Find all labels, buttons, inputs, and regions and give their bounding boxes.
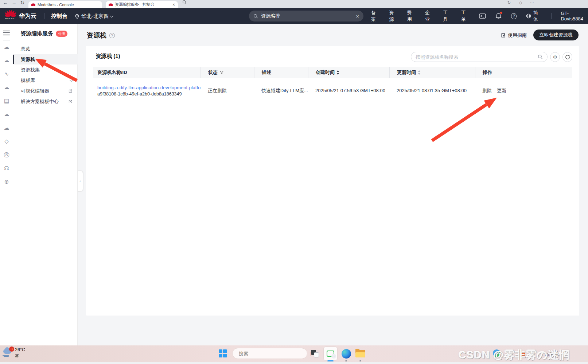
region-selector[interactable]: 华北-北京四 — [75, 13, 113, 20]
service-cloud-upload-icon[interactable]: ☁ — [0, 84, 13, 91]
service-cloud-server-icon[interactable]: ☁ — [0, 57, 13, 64]
service-ip-icon[interactable]: Ⓢ — [0, 152, 13, 158]
service-group-icon[interactable]: ☊ — [0, 165, 13, 172]
header-actions: 操作 — [475, 67, 572, 78]
weather-cloud-icon: 3 — [3, 348, 13, 357]
stack-status: 正在删除 — [200, 78, 254, 103]
table-settings-button[interactable]: ⚙ — [550, 52, 560, 62]
service-icon-rail: ☁ ☁ ∿ ☁ ▤ ☁ ☁ ◇ Ⓢ ☊ ⊕ — [0, 24, 13, 345]
huawei-logo-text: HUAWEI — [4, 17, 17, 20]
sidebar: 资源编排服务 公测 总览 资源栈 资源栈集 模板库 可视化编辑器 解决方案模板中… — [13, 24, 78, 345]
nav-link-resources[interactable]: 资源 — [389, 9, 397, 23]
service-waveline-icon[interactable]: ∿ — [0, 71, 13, 77]
header-name[interactable]: 资源栈名称/ID — [93, 67, 200, 78]
screenshot-app-button[interactable] — [324, 347, 337, 360]
browser-reload-icon[interactable]: ↻ — [20, 0, 24, 5]
header-updated[interactable]: 更新时间 — [389, 67, 475, 78]
huawei-logo[interactable]: HUAWEI — [4, 9, 17, 20]
brand-name[interactable]: 华为云 — [19, 12, 36, 20]
global-search-input[interactable] — [261, 13, 353, 19]
windows-start-button[interactable] — [219, 349, 227, 357]
notifications-bell-icon[interactable] — [495, 13, 502, 19]
active-app-indicator — [327, 360, 334, 361]
main-content: 资源栈 ? 使用指南 立即创建资源栈 资源栈 (1) ⚙ — [78, 24, 588, 345]
header-status[interactable]: 状态 — [200, 67, 254, 78]
sidebar-item-overview[interactable]: 总览 — [13, 43, 78, 54]
account-name[interactable]: GT-Dovis5884 — [561, 11, 588, 21]
filter-funnel-icon[interactable] — [219, 70, 224, 75]
service-cloud2-icon[interactable]: ☁ — [0, 111, 13, 118]
nav-link-beian[interactable]: 备案 — [371, 9, 379, 23]
search-icon — [538, 54, 543, 59]
sort-icon[interactable] — [336, 70, 339, 75]
service-document-icon[interactable]: ▤ — [0, 98, 13, 104]
sort-icon[interactable] — [418, 70, 421, 75]
browser-tab-rfs[interactable]: 资源编排服务 - 控制台 × — [106, 1, 178, 8]
page-help-icon[interactable]: ? — [109, 33, 115, 38]
page-title: 资源栈 — [87, 31, 106, 40]
tab-close-icon[interactable]: × — [172, 2, 175, 7]
header-created[interactable]: 创建时间 — [308, 67, 389, 78]
sidebar-item-label: 解决方案模板中心 — [21, 98, 59, 105]
stack-search-box[interactable] — [411, 52, 548, 62]
stack-description: 快速搭建Dify-LLM应... — [254, 78, 308, 103]
stack-name-link[interactable]: building-a-dify-llm-application-developm… — [97, 85, 200, 90]
stacks-table: 资源栈名称/ID 状态 描述 创建时间 — [93, 67, 572, 103]
sidebar-title: 资源编排服务 公测 — [20, 30, 67, 37]
sidebar-item-stack-sets[interactable]: 资源栈集 — [13, 64, 78, 75]
console-link[interactable]: 控制台 — [51, 13, 67, 20]
browser-tab-strip: ← → ↻ ModelArts - Console 资源编排服务 - 控制台 ×… — [0, 0, 588, 8]
card-title: 资源栈 (1) — [96, 53, 120, 60]
nav-link-tickets[interactable]: 工单 — [461, 9, 470, 23]
sidebar-item-solution-templates[interactable]: 解决方案模板中心 — [13, 96, 78, 107]
file-explorer-button[interactable] — [355, 350, 365, 357]
service-globe-icon[interactable]: ⊕ — [0, 179, 13, 185]
refresh-icon — [565, 55, 570, 60]
browser-extensions-icon[interactable]: ◇ — [519, 0, 522, 5]
browser-sync-icon[interactable]: ↻ — [507, 0, 511, 5]
global-search[interactable]: × — [249, 11, 363, 21]
weather-widget[interactable]: 3 26°C 雾 — [3, 347, 25, 358]
service-cloud-icon[interactable]: ☁ — [0, 44, 13, 50]
divider — [3, 40, 10, 40]
sidebar-item-label: 总览 — [21, 46, 30, 52]
delete-action[interactable]: 删除 — [482, 87, 492, 94]
service-prism-icon[interactable]: ◇ — [0, 138, 13, 145]
browser-tab-modelarts[interactable]: ModelArts - Console — [28, 1, 102, 8]
cli-terminal-icon[interactable] — [479, 13, 486, 19]
hamburger-menu-icon[interactable] — [3, 29, 10, 36]
beta-badge: 公测 — [56, 31, 67, 37]
stack-search-input[interactable] — [416, 54, 538, 60]
nav-link-billing[interactable]: 费用 — [407, 9, 416, 23]
language-switcher[interactable]: 简体 — [526, 9, 541, 23]
refresh-button[interactable] — [562, 52, 572, 62]
create-stack-button[interactable]: 立即创建资源栈 — [533, 30, 579, 40]
browser-back-icon[interactable]: ← — [3, 0, 8, 5]
taskbar-search-input[interactable] — [239, 351, 303, 356]
sidebar-item-visual-editor[interactable]: 可视化编辑器 — [13, 86, 78, 96]
clear-search-icon[interactable]: × — [356, 13, 359, 19]
tab-search-icon[interactable] — [182, 0, 187, 4]
sidebar-item-stacks[interactable]: 资源栈 — [13, 54, 78, 64]
header-description[interactable]: 描述 — [254, 67, 308, 78]
usage-guide-label: 使用指南 — [508, 32, 527, 39]
task-view-button[interactable] — [311, 350, 320, 358]
help-icon[interactable]: ? — [511, 13, 517, 19]
nav-link-enterprise[interactable]: 企业 — [425, 9, 433, 23]
sidebar-item-template-library[interactable]: 模板库 — [13, 75, 78, 86]
update-action[interactable]: 更新 — [497, 87, 506, 94]
globe-icon — [526, 13, 531, 19]
table-header-row: 资源栈名称/ID 状态 描述 创建时间 — [93, 67, 572, 78]
gear-icon: ⚙ — [553, 54, 557, 60]
service-cloud-edge-icon[interactable]: ☁ — [0, 125, 13, 131]
tab-favicon-icon — [109, 3, 113, 7]
browser-forward-icon[interactable]: → — [12, 0, 16, 5]
sidebar-collapse-handle[interactable]: ‹ — [78, 171, 83, 192]
usage-guide-link[interactable]: 使用指南 — [501, 32, 527, 39]
taskbar-search-box[interactable] — [232, 348, 307, 359]
sidebar-item-label: 可视化编辑器 — [21, 88, 49, 94]
edge-browser-button[interactable] — [342, 349, 351, 359]
search-icon — [253, 14, 258, 19]
nav-link-tools[interactable]: 工具 — [443, 9, 451, 23]
browser-menu-icon[interactable]: ⋯ — [530, 0, 534, 5]
